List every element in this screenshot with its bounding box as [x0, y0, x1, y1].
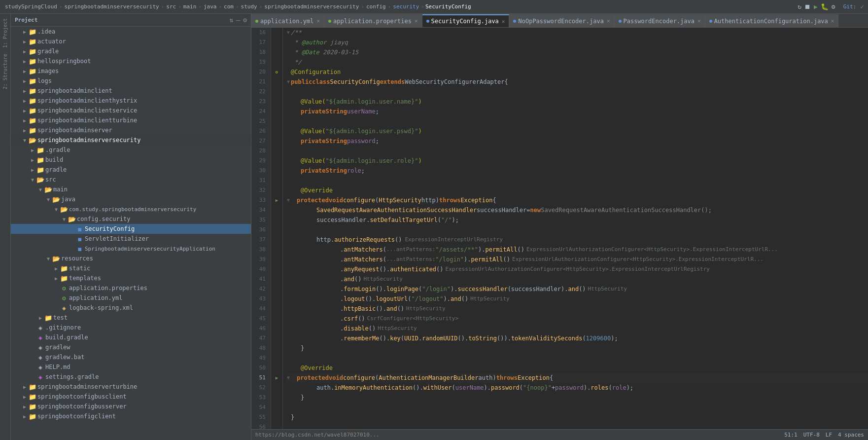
- tree-item-gradle2[interactable]: ▶ 📁 gradle: [11, 165, 251, 175]
- code-line-45: . csrf () CsrfConfigurer<HttpSecurity>: [287, 314, 868, 324]
- label-logs: logs: [37, 77, 52, 84]
- refresh-icon[interactable]: ↻: [798, 3, 801, 10]
- tree-item-com-dir[interactable]: ▼ 📂 com.study.springbootadminserversecur…: [11, 204, 251, 214]
- tab-label-authenticationconfiguration: AuthenticationConfiguration.java: [714, 18, 828, 25]
- tab-passwordencoder[interactable]: PasswordEncoder.java ✕: [615, 14, 705, 27]
- code-line-44: . httpBasic (). and () HttpSecurity: [287, 304, 868, 314]
- tab-application-properties[interactable]: application.properties ✕: [324, 14, 422, 27]
- code-chain-47c: .: [418, 333, 422, 343]
- code-brace-53: }: [301, 393, 304, 403]
- tree-item-build[interactable]: ▶ 📁 build: [11, 155, 251, 165]
- tree-item-main[interactable]: ▼ 📂 main: [11, 184, 251, 194]
- tree-item-resources[interactable]: ▼ 📂 resources: [11, 254, 251, 263]
- expand-icon[interactable]: ⇅: [230, 16, 234, 24]
- tree-item-logs[interactable]: ▶ 📁 logs: [11, 76, 251, 86]
- tree-item-main-app[interactable]: ▶ ◼ SpringbootadminserversecurityApplica…: [11, 244, 251, 254]
- tree-item-images[interactable]: ▶ 📁 images: [11, 66, 251, 76]
- panel-structure-btn[interactable]: 2: Structure: [1, 51, 9, 92]
- tree-item-springbootconfigbusserver[interactable]: ▶ 📁 springbootconfigbusserver: [11, 402, 251, 411]
- minimize-icon[interactable]: —: [236, 16, 240, 24]
- tree-item-hellospringboot[interactable]: ▶ 📁 hellospringboot: [11, 56, 251, 66]
- tab-close-passwordencoder[interactable]: ✕: [697, 18, 701, 24]
- debug-icon[interactable]: 🐛: [821, 3, 829, 10]
- tab-close-application-yml[interactable]: ✕: [316, 18, 320, 24]
- tree-item-config-security[interactable]: ▼ 📂 config.security: [11, 214, 251, 224]
- tree-item-static[interactable]: ▶ 📁 static: [11, 263, 251, 273]
- gear-icon[interactable]: ⚙: [243, 16, 247, 24]
- code-line-22: [287, 87, 868, 97]
- code-brace-21: {: [505, 77, 508, 87]
- tab-securityconfig[interactable]: SecurityConfig.java ✕: [422, 14, 510, 27]
- breadcrumb-com[interactable]: com: [223, 3, 235, 10]
- tree-item-settings-gradle[interactable]: ▶ ◈ settings.gradle: [11, 372, 251, 382]
- breadcrumb-src[interactable]: src: [165, 3, 177, 10]
- git-check-icon[interactable]: ✓: [860, 3, 864, 10]
- code-line-24: private String userName;: [287, 107, 868, 116]
- tab-authenticationconfiguration[interactable]: AuthenticationConfiguration.java ✕: [705, 14, 839, 27]
- breadcrumb-pkg[interactable]: springbootadminserversecurity: [263, 3, 360, 10]
- breadcrumb-main[interactable]: main: [182, 3, 198, 10]
- tree-item-gitignore[interactable]: ▶ ◈ .gitignore: [11, 323, 251, 332]
- code-method-40: anyRequest: [344, 264, 379, 274]
- tree-item-application-yaml[interactable]: ▶ ⚙ application.yml: [11, 293, 251, 303]
- tree-item-test[interactable]: ▶ 📁 test: [11, 313, 251, 323]
- stop-icon[interactable]: ⏹: [804, 3, 811, 10]
- breadcrumb-config[interactable]: config: [365, 3, 387, 10]
- tree-item-gradle-inner[interactable]: ▶ 📁 .gradle: [11, 145, 251, 155]
- tree-item-springbootadminserverturbine[interactable]: ▶ 📁 springbootadminserverturbine: [11, 382, 251, 392]
- tree-item-springbootadminclienthystrix[interactable]: ▶ 📁 springbootadminclienthystrix: [11, 96, 251, 106]
- tree-item-springbootadminclientturbine[interactable]: ▶ 📁 springbootadminclientturbine: [11, 115, 251, 125]
- settings-icon[interactable]: ⚙: [832, 3, 835, 10]
- code-paren-33: (: [375, 195, 379, 205]
- tab-close-application-properties[interactable]: ✕: [415, 18, 418, 24]
- tree-item-actuator[interactable]: ▶ 📁 actuator: [11, 37, 251, 46]
- tree-item-src[interactable]: ▼ 📂 src: [11, 175, 251, 184]
- tree-item-springbootconfigclient[interactable]: ▶ 📁 springbootconfigclient: [11, 411, 251, 421]
- tab-nooppasswordencoder[interactable]: NoOpPasswordEncoder.java ✕: [509, 14, 614, 27]
- tree-item-springbootadminserversecurity[interactable]: ▼ 📂 springbootadminserversecurity: [11, 135, 251, 145]
- tree-item-gradlew[interactable]: ▶ ◈ gradlew: [11, 342, 251, 352]
- tab-close-nooppasswordencoder[interactable]: ✕: [607, 18, 610, 24]
- tree-item-build-gradle[interactable]: ▶ ◈ build.gradle: [11, 332, 251, 342]
- linenum-35: 35: [253, 215, 269, 225]
- gutter-34: [271, 205, 282, 215]
- tree-item-logback-xml[interactable]: ▶ ◈ logback-spring.xml: [11, 303, 251, 313]
- tree-item-templates[interactable]: ▶ 📁 templates: [11, 273, 251, 283]
- tree-item-java-dir[interactable]: ▼ 📂 java: [11, 194, 251, 204]
- code-line-50: @Override: [287, 363, 868, 373]
- breadcrumb-study[interactable]: study: [240, 3, 258, 10]
- tree-item-springbootadminclient[interactable]: ▶ 📁 springbootadminclient: [11, 86, 251, 96]
- tree-item-gradle[interactable]: ▶ 📁 gradle: [11, 46, 251, 56]
- code-chain-45: .: [340, 314, 344, 324]
- panel-project-btn[interactable]: 1: Project: [1, 16, 9, 50]
- tree-item-servletinitializer[interactable]: ▶ ◼ ServletInitializer: [11, 234, 251, 244]
- run-icon[interactable]: ▶: [814, 3, 818, 10]
- breadcrumb-java[interactable]: java: [203, 3, 218, 10]
- tree-item-idea[interactable]: ▶ 📁 .idea: [11, 27, 251, 37]
- tree-item-springbootadminserver[interactable]: ▶ 📁 springbootadminserver: [11, 125, 251, 135]
- code-cmt-19: */: [291, 57, 302, 67]
- arrow-hellospringboot: ▶: [21, 59, 29, 64]
- breadcrumb-security[interactable]: security: [392, 3, 420, 10]
- tab-close-securityconfig[interactable]: ✕: [502, 18, 505, 25]
- tab-close-authenticationconfiguration[interactable]: ✕: [831, 18, 834, 24]
- tree-item-application-props[interactable]: ▶ ⚙ application.properties: [11, 283, 251, 293]
- breadcrumb-module[interactable]: springbootadminserversecurity: [64, 3, 160, 10]
- tree-item-springbootadminclientservice[interactable]: ▶ 📁 springbootadminclientservice: [11, 106, 251, 115]
- status-lf: LF: [826, 432, 832, 438]
- code-method-38b: permitAll: [485, 245, 517, 255]
- linenum-34: 34: [253, 205, 269, 215]
- code-editor[interactable]: ▼ /** * @author jiayq * @Date 2020-03-15…: [283, 28, 868, 429]
- code-method-41: and: [344, 274, 354, 284]
- breadcrumb-securityconfig[interactable]: SecurityConfig: [425, 3, 471, 10]
- tree-item-securityconfig[interactable]: ▶ ◼ SecurityConfig: [11, 224, 251, 234]
- tab-application-yml[interactable]: application.yml ✕: [251, 14, 324, 27]
- tree-item-gradlew-bat[interactable]: ▶ ◈ gradlew.bat: [11, 352, 251, 362]
- editor-scroll-area[interactable]: 16 17 18 19 20 21 22 23 24 25 26 27 28 2…: [251, 28, 868, 429]
- tree-item-springbootconfigbusclient[interactable]: ▶ 📁 springbootconfigbusclient: [11, 392, 251, 402]
- tree-item-help-md[interactable]: ▶ ◈ HELP.md: [11, 362, 251, 372]
- folder-icon-config-security: 📂: [68, 216, 76, 223]
- label-config-security: config.security: [77, 216, 130, 222]
- breadcrumb-root[interactable]: studySpringCloud: [4, 3, 58, 10]
- arrow-securityconfig: ▶: [68, 226, 76, 232]
